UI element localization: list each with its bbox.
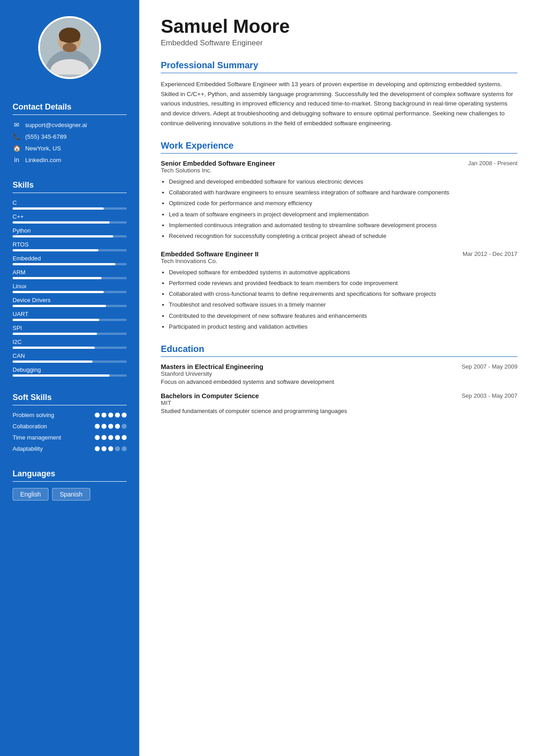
edu-date: Sep 2007 - May 2009 xyxy=(462,363,517,370)
skill-row: RTOS xyxy=(13,241,127,251)
job-block: Senior Embedded Software Engineer Jan 20… xyxy=(161,160,517,241)
job-title-text: Embedded Software Engineer II xyxy=(161,251,259,258)
job-date: Jan 2008 - Present xyxy=(468,160,517,167)
dots-wrap xyxy=(95,413,127,418)
job-block: Embedded Software Engineer II Mar 2012 -… xyxy=(161,251,517,331)
soft-skill-row: Collaboration xyxy=(13,423,127,430)
edu-block: Masters in Electrical Engineering Sep 20… xyxy=(161,363,517,385)
edu-degree: Bachelors in Computer Science xyxy=(161,392,259,400)
edu-school: Stanford University xyxy=(161,370,517,377)
list-item: Developed software for embedded systems … xyxy=(169,268,517,277)
edu-degree: Masters in Electrical Engineering xyxy=(161,363,263,370)
contact-item: 🏠NewYork, US xyxy=(13,145,127,152)
dot xyxy=(122,446,127,451)
dot xyxy=(108,424,113,429)
skill-row: SPI xyxy=(13,325,127,335)
skill-bar-fill xyxy=(13,249,98,251)
work-experience-section: Work Experience Senior Embedded Software… xyxy=(161,141,517,331)
languages-section: Languages EnglishSpanish xyxy=(0,469,139,501)
skill-name: Embedded xyxy=(13,255,127,262)
dot xyxy=(122,424,127,429)
skill-bar-bg xyxy=(13,374,127,377)
professional-summary-section: Professional Summary Experienced Embedde… xyxy=(161,60,517,128)
contact-list: ✉support@cvdesigner.ai📞(555) 345-6789🏠Ne… xyxy=(13,121,127,163)
soft-skills-list: Problem solving Collaboration Time manag… xyxy=(13,412,127,452)
skill-name: Device Drivers xyxy=(13,297,127,303)
skill-bar-fill xyxy=(13,333,97,335)
soft-skill-row: Time management xyxy=(13,434,127,441)
skill-bar-bg xyxy=(13,221,127,224)
job-title: Embedded Software Engineer xyxy=(161,39,517,48)
skill-name: SPI xyxy=(13,325,127,331)
skill-bar-bg xyxy=(13,263,127,265)
email-icon: ✉ xyxy=(13,121,21,128)
skill-bar-fill xyxy=(13,360,93,363)
list-item: Led a team of software engineers in proj… xyxy=(169,210,517,219)
skill-name: Debugging xyxy=(13,366,127,373)
contact-title: Contact Details xyxy=(13,102,127,115)
skill-name: C++ xyxy=(13,213,127,220)
skill-row: C xyxy=(13,199,127,210)
summary-text: Experienced Embedded Software Engineer w… xyxy=(161,79,517,128)
contact-item: 📞(555) 345-6789 xyxy=(13,133,127,140)
soft-skill-name: Problem solving xyxy=(13,412,95,418)
dot xyxy=(95,435,100,440)
skill-bar-fill xyxy=(13,347,95,349)
job-company: Tech Innovations Co. xyxy=(161,258,517,264)
job-company: Tech Solutions Inc. xyxy=(161,167,517,174)
list-item: Optimized code for performance and memor… xyxy=(169,199,517,208)
skill-row: ARM xyxy=(13,269,127,279)
svg-rect-5 xyxy=(60,35,80,41)
list-item: Received recognition for successfully co… xyxy=(169,232,517,241)
soft-skill-row: Problem solving xyxy=(13,412,127,418)
contact-text: (555) 345-6789 xyxy=(25,133,66,140)
contact-text: NewYork, US xyxy=(25,145,61,152)
education-list: Masters in Electrical Engineering Sep 20… xyxy=(161,363,517,414)
skill-bar-bg xyxy=(13,319,127,321)
skill-row: Embedded xyxy=(13,255,127,265)
skill-bar-bg xyxy=(13,249,127,251)
skill-bar-bg xyxy=(13,277,127,279)
skill-name: I2C xyxy=(13,338,127,345)
soft-skill-name: Adaptability xyxy=(13,445,95,452)
languages-title: Languages xyxy=(13,469,127,482)
skill-name: Python xyxy=(13,227,127,234)
skill-bar-fill xyxy=(13,221,110,224)
dot xyxy=(95,413,100,418)
skill-name: ARM xyxy=(13,269,127,276)
dot xyxy=(115,413,120,418)
list-item: Participated in product testing and vali… xyxy=(169,322,517,331)
dot xyxy=(108,446,113,451)
skill-row: Python xyxy=(13,227,127,237)
edu-desc: Studied fundamentals of computer science… xyxy=(161,408,517,414)
language-badge: English xyxy=(13,488,49,501)
list-item: Collaborated with hardware engineers to … xyxy=(169,188,517,197)
job-bullets: Designed and developed embedded software… xyxy=(161,177,517,241)
professional-summary-title: Professional Summary xyxy=(161,60,517,73)
dot xyxy=(122,435,127,440)
edu-block: Bachelors in Computer Science Sep 2003 -… xyxy=(161,392,517,414)
skill-name: RTOS xyxy=(13,241,127,248)
skills-list: C C++ Python RTOS Embedded ARM Linux xyxy=(13,199,127,377)
skill-bar-bg xyxy=(13,360,127,363)
soft-skill-row: Adaptability xyxy=(13,445,127,452)
job-header: Senior Embedded Software Engineer Jan 20… xyxy=(161,160,517,167)
languages-list: EnglishSpanish xyxy=(13,488,127,501)
avatar xyxy=(38,16,101,79)
skill-row: UART xyxy=(13,311,127,321)
soft-skills-title: Soft Skills xyxy=(13,393,127,405)
skill-name: UART xyxy=(13,311,127,317)
sidebar: Contact Details ✉support@cvdesigner.ai📞(… xyxy=(0,0,139,756)
contact-item: inLinkedIn.com xyxy=(13,156,127,163)
edu-date: Sep 2003 - May 2007 xyxy=(462,392,517,399)
list-item: Performed code reviews and provided feed… xyxy=(169,279,517,288)
list-item: Troubleshot and resolved software issues… xyxy=(169,300,517,309)
dots-wrap xyxy=(95,435,127,440)
dot xyxy=(115,424,120,429)
list-item: Collaborated with cross-functional teams… xyxy=(169,290,517,299)
skill-bar-fill xyxy=(13,305,106,307)
dot xyxy=(102,413,106,418)
dots-wrap xyxy=(95,446,127,451)
jobs-list: Senior Embedded Software Engineer Jan 20… xyxy=(161,160,517,331)
skill-bar-fill xyxy=(13,277,102,279)
